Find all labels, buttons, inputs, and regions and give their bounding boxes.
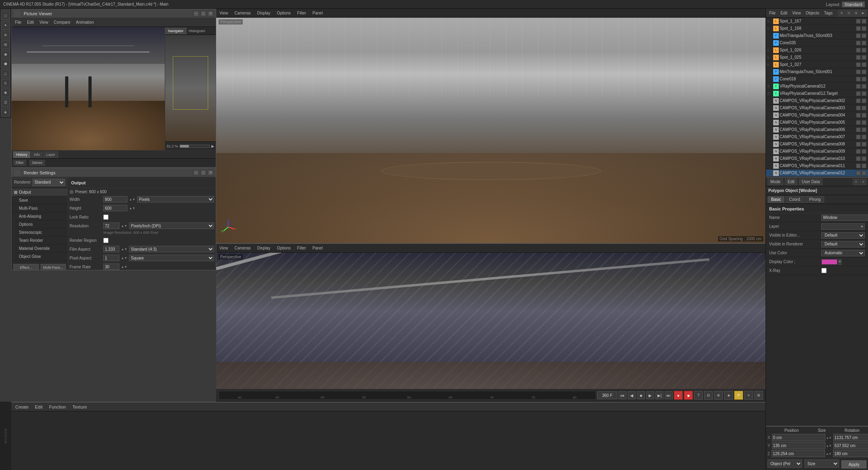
obj-render-dot-10[interactable] — [862, 91, 866, 96]
pv-filter-btn[interactable]: Filter — [13, 160, 26, 166]
obj-list-btn1[interactable]: ⊕ — [838, 10, 845, 16]
toolbar-btn-11[interactable]: ☰ — [1, 98, 10, 107]
rs-tab-multipass[interactable]: Multi-Pass — [12, 204, 68, 213]
obj-render-dot-1[interactable] — [862, 26, 866, 31]
minimize-button[interactable]: ─ — [193, 11, 199, 16]
obj-list-btn3[interactable]: ⊞ — [853, 10, 859, 16]
prop-tab-coord[interactable]: Coord. — [785, 196, 805, 203]
toolbar-btn-3[interactable]: ✦ — [1, 21, 10, 30]
vp-bot-view[interactable]: View — [218, 245, 230, 251]
history-tab[interactable]: History — [13, 151, 30, 158]
obj-render-dot-13[interactable] — [862, 113, 866, 118]
psr-size-x[interactable] — [833, 434, 868, 441]
toolbar-btn-8[interactable]: △ — [1, 69, 10, 78]
object-list-item-3[interactable]: P Cone035 — [766, 39, 868, 47]
object-list-item-10[interactable]: C C VRayPhysicalCamera012.Target — [766, 90, 868, 97]
prop-mode-userdata[interactable]: User Data — [799, 178, 823, 185]
vp-top-display[interactable]: Display — [256, 10, 272, 16]
obj-vis-dot-17[interactable] — [856, 142, 861, 147]
prop-icon1[interactable]: A — [853, 179, 859, 185]
obj-vis-dot-21[interactable] — [856, 171, 861, 176]
stepper-up-px[interactable]: ▲▼ — [826, 436, 832, 439]
obj-vis-dot-18[interactable] — [856, 149, 861, 154]
prop-layer-select[interactable]: ▶ — [821, 223, 865, 230]
play-stop-btn[interactable]: ■ — [637, 391, 645, 399]
obj-vis-dot-8[interactable] — [856, 77, 861, 82]
rs-tab-output[interactable]: Output — [12, 188, 68, 196]
object-list-item-4[interactable]: L L Spot_1_026 — [766, 47, 868, 54]
anim-icon3[interactable]: ◈ — [724, 391, 733, 400]
object-list-item-14[interactable]: N CAMPOS_VRayPhysicalCamera005 — [766, 119, 868, 126]
obj-render-dot-16[interactable] — [862, 135, 866, 139]
object-list-item-5[interactable]: L L Spot_1_025 — [766, 54, 868, 61]
pv-menu-file[interactable]: File — [13, 19, 23, 25]
rs-tab-materialoverride[interactable]: Material Override — [12, 245, 68, 253]
obj-render-dot-12[interactable] — [862, 106, 866, 110]
prop-use-color-select[interactable]: Automatic — [821, 250, 865, 256]
obj-vis-dot-20[interactable] — [856, 163, 861, 168]
pv-menu-edit[interactable]: Edit — [25, 19, 35, 25]
toolbar-btn-2[interactable]: ⬡ — [1, 11, 10, 20]
viewport-bottom[interactable]: View Cameras Display Options Filter Pane… — [216, 244, 766, 398]
obj-render-dot-2[interactable] — [862, 33, 866, 38]
stepper-up-pz[interactable]: ▲▼ — [826, 452, 831, 455]
anim-icon2[interactable]: ⊕ — [714, 391, 723, 400]
obj-vis-dot-2[interactable] — [856, 33, 861, 38]
obj-vis-dot-13[interactable] — [856, 113, 861, 118]
vp-bot-display[interactable]: Display — [256, 245, 272, 251]
vp-top-panel[interactable]: Panel — [311, 10, 325, 16]
obj-vis-dot-1[interactable] — [856, 26, 861, 31]
toolbar-btn-9[interactable]: S — [1, 79, 10, 88]
rs-tab-antialiasing[interactable]: Anti-Aliasing — [12, 213, 68, 221]
close-button[interactable]: ✕ — [208, 11, 213, 16]
psr-size-z[interactable] — [833, 450, 868, 457]
obj-vis-dot-15[interactable] — [856, 127, 861, 132]
obj-vis-dot-12[interactable] — [856, 106, 861, 110]
object-list-item-17[interactable]: N CAMPOS_VRayPhysicalCamera008 — [766, 141, 868, 148]
vp-top-filter[interactable]: Filter — [295, 10, 307, 16]
obj-vis-dot-19[interactable] — [856, 156, 861, 161]
obj-vis-dot-10[interactable] — [856, 91, 861, 96]
obj-render-dot-7[interactable] — [862, 69, 866, 74]
rs-resolution-input[interactable] — [103, 223, 119, 229]
psr-size-mode[interactable]: Size — [805, 460, 839, 468]
obj-render-dot-20[interactable] — [862, 163, 866, 168]
psr-pos-z[interactable] — [772, 450, 825, 457]
rs-renderer-select[interactable]: Standard — [33, 179, 65, 186]
object-list-item-8[interactable]: P Cone018 — [766, 76, 868, 83]
prop-mode-mode[interactable]: Mode — [768, 178, 783, 185]
object-list-item-0[interactable]: L L Spot_1_167 — [766, 18, 868, 25]
object-list-item-13[interactable]: N CAMPOS_VRayPhysicalCamera004 — [766, 112, 868, 119]
prop-xray-checkbox[interactable] — [821, 268, 827, 273]
rs-lockratio-checkbox[interactable] — [103, 215, 108, 220]
rs-tab-stereoscopic[interactable]: Stereoscopic — [12, 229, 68, 237]
obj-vis-dot-4[interactable] — [856, 48, 861, 53]
rs-tab-options[interactable]: Options — [12, 221, 68, 229]
play-prev-btn[interactable]: ◀ — [628, 391, 636, 399]
info-tab[interactable]: Info — [31, 151, 43, 158]
play-end-btn[interactable]: ⏭ — [665, 391, 673, 399]
object-list-item-9[interactable]: C C VRayPhysicalCamera012 — [766, 83, 868, 90]
anim-icon1[interactable]: ⊟ — [704, 391, 713, 400]
apply-button[interactable]: Apply — [841, 460, 866, 468]
prop-tab-basic[interactable]: Basic — [768, 196, 784, 203]
obj-vis-dot-0[interactable] — [856, 19, 861, 24]
rp-edit[interactable]: Edit — [779, 10, 789, 16]
prop-icon2[interactable]: A — [860, 179, 866, 185]
current-frame-input[interactable] — [597, 391, 617, 399]
rs-framerate-input[interactable] — [103, 264, 119, 270]
toolbar-btn-4[interactable]: ⊕ — [1, 31, 10, 39]
prop-tab-phong[interactable]: Phong — [805, 196, 824, 203]
object-list-item-11[interactable]: N CAMPOS_VRayPhysicalCamera002 — [766, 97, 868, 104]
rs-width-unit[interactable]: Pixels — [137, 196, 214, 202]
obj-vis-dot-6[interactable] — [856, 62, 861, 67]
viewport-top[interactable]: View Cameras Display Options Filter Pane… — [216, 9, 766, 244]
render-stop-btn[interactable]: ■ — [684, 391, 693, 400]
mat-menu-texture[interactable]: Texture — [71, 404, 88, 410]
obj-render-dot-18[interactable] — [862, 149, 866, 154]
object-list-item-6[interactable]: L L Spot_1_027 — [766, 61, 868, 68]
pv-menu-view[interactable]: View — [38, 19, 50, 25]
vp-bot-options[interactable]: Options — [275, 245, 292, 251]
rp-objects[interactable]: Objects — [804, 10, 821, 16]
mat-menu-create[interactable]: Create — [14, 404, 30, 410]
